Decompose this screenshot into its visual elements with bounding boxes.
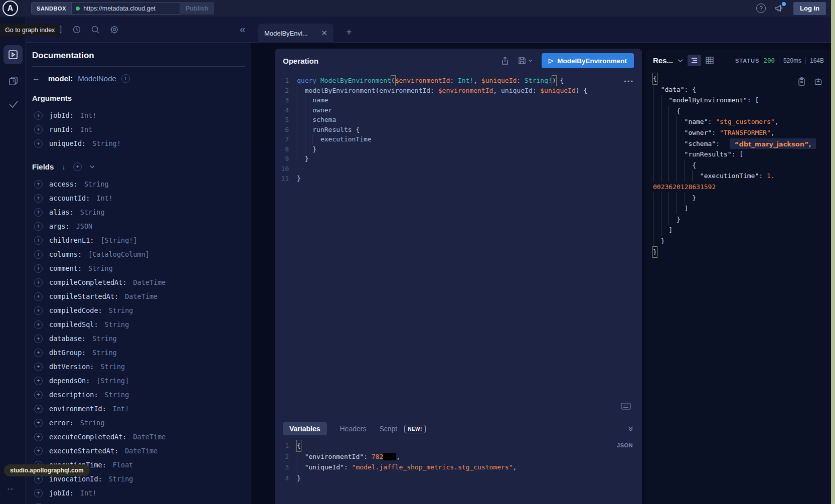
- add-field-icon[interactable]: +: [34, 419, 43, 427]
- search-icon[interactable]: [91, 25, 100, 34]
- new-tab-button[interactable]: +: [346, 27, 352, 38]
- field-type[interactable]: [CatalogColumn]: [88, 250, 149, 258]
- field-type[interactable]: Int: [80, 125, 92, 133]
- add-type-icon[interactable]: +: [121, 74, 130, 83]
- gear-icon[interactable]: [110, 25, 119, 34]
- history-icon[interactable]: [72, 25, 81, 34]
- login-button[interactable]: Log in: [793, 2, 826, 15]
- field-type[interactable]: String: [92, 349, 117, 357]
- field-type[interactable]: DateTime: [125, 447, 157, 455]
- field-row[interactable]: +runId:Int: [32, 122, 245, 136]
- keyboard-shortcuts-icon[interactable]: [621, 403, 631, 410]
- field-type[interactable]: String: [105, 320, 129, 328]
- add-field-icon[interactable]: +: [34, 139, 43, 148]
- add-field-icon[interactable]: +: [34, 433, 43, 441]
- field-row[interactable]: +executeCompletedAt:DateTime: [32, 430, 245, 444]
- view-table-icon[interactable]: [706, 57, 714, 64]
- field-type[interactable]: Int!: [96, 194, 113, 202]
- field-type[interactable]: String: [109, 475, 133, 483]
- add-field-icon[interactable]: +: [34, 180, 43, 189]
- tab-script[interactable]: Script: [379, 425, 397, 433]
- field-type[interactable]: Int!: [80, 489, 97, 497]
- field-row[interactable]: +dependsOn:[String]: [32, 374, 245, 388]
- field-type[interactable]: String: [88, 264, 113, 272]
- field-type[interactable]: Float: [113, 461, 133, 469]
- tab-modelbyenvironment[interactable]: ModelByEnvi... ✕: [258, 24, 333, 43]
- chevron-down-icon[interactable]: [90, 165, 95, 169]
- field-row[interactable]: +environmentId:Int!: [32, 402, 245, 416]
- field-type[interactable]: DateTime: [133, 278, 165, 286]
- tab-variables[interactable]: Variables: [283, 422, 327, 435]
- field-row[interactable]: +jobId:Int!: [32, 108, 245, 122]
- field-row[interactable]: +compileStartedAt:DateTime: [32, 289, 245, 303]
- field-type[interactable]: String: [92, 334, 117, 343]
- add-field-icon[interactable]: +: [34, 489, 43, 497]
- add-all-fields-icon[interactable]: +: [73, 162, 82, 171]
- field-type[interactable]: Int!: [80, 111, 97, 119]
- help-icon[interactable]: ?: [756, 4, 766, 13]
- share-icon[interactable]: [501, 57, 509, 65]
- field-row[interactable]: +compileCompletedAt:DateTime: [32, 275, 245, 289]
- nav-schema-diff-button[interactable]: [8, 76, 19, 86]
- add-field-icon[interactable]: +: [34, 250, 43, 259]
- field-type[interactable]: String: [105, 391, 129, 399]
- add-field-icon[interactable]: +: [34, 222, 43, 231]
- field-row[interactable]: +alias:String: [32, 205, 245, 219]
- field-type[interactable]: DateTime: [125, 292, 157, 300]
- field-row[interactable]: +compiledCode:String: [32, 303, 245, 317]
- field-row[interactable]: +database:String: [32, 331, 245, 346]
- field-type[interactable]: JSON: [76, 222, 93, 230]
- field-row[interactable]: +compiledSql:String: [32, 317, 245, 331]
- field-row[interactable]: +childrenL1:[String!]: [32, 233, 245, 247]
- field-type[interactable]: String: [80, 208, 105, 216]
- close-tab-icon[interactable]: ✕: [321, 29, 327, 38]
- view-raw-icon[interactable]: [688, 55, 701, 66]
- field-type[interactable]: Int!: [113, 405, 129, 413]
- collapse-docs-icon[interactable]: «: [240, 24, 245, 35]
- add-field-icon[interactable]: +: [34, 306, 43, 315]
- nav-explorer-button[interactable]: [4, 45, 23, 64]
- response-dropdown-icon[interactable]: [678, 59, 683, 63]
- add-field-icon[interactable]: +: [34, 264, 43, 273]
- add-field-icon[interactable]: +: [34, 125, 43, 134]
- operation-menu-icon[interactable]: •••: [624, 78, 634, 85]
- nav-checks-button[interactable]: [8, 100, 19, 109]
- field-row[interactable]: +materializedType:String: [32, 500, 245, 504]
- field-row[interactable]: +comment:String: [32, 261, 245, 275]
- field-type[interactable]: [String!]: [100, 236, 137, 244]
- run-operation-button[interactable]: ▷ ModelByEnvironment: [542, 53, 634, 68]
- add-field-icon[interactable]: +: [34, 320, 43, 329]
- variables-editor[interactable]: 1{2"environmentId": 782,3"uniqueId": "mo…: [275, 440, 642, 483]
- copy-response-icon[interactable]: [798, 77, 805, 86]
- field-type[interactable]: String: [109, 306, 133, 314]
- add-field-icon[interactable]: +: [34, 236, 43, 245]
- field-type[interactable]: String!: [92, 139, 121, 147]
- field-row[interactable]: +uniqueId:String!: [32, 136, 245, 150]
- docs-type-link[interactable]: ModelNode: [78, 74, 116, 83]
- add-field-icon[interactable]: +: [34, 377, 43, 385]
- add-field-icon[interactable]: +: [34, 405, 43, 413]
- add-field-icon[interactable]: +: [34, 208, 43, 217]
- add-field-icon[interactable]: +: [34, 334, 43, 343]
- field-row[interactable]: +jobId:Int!: [32, 486, 245, 500]
- save-icon[interactable]: [518, 57, 533, 65]
- field-row[interactable]: +args:JSON: [32, 219, 245, 233]
- add-field-icon[interactable]: +: [34, 292, 43, 301]
- field-row[interactable]: +error:String: [32, 416, 245, 430]
- add-field-icon[interactable]: +: [34, 349, 43, 357]
- field-type[interactable]: [String]: [96, 377, 129, 385]
- download-response-icon[interactable]: [814, 77, 822, 86]
- add-field-icon[interactable]: +: [34, 363, 43, 371]
- field-row[interactable]: +accountId:Int!: [32, 191, 245, 205]
- field-type[interactable]: String: [100, 363, 125, 371]
- publish-button[interactable]: Publish: [180, 2, 214, 15]
- field-type[interactable]: DateTime: [133, 433, 165, 441]
- add-field-icon[interactable]: +: [34, 278, 43, 287]
- field-type[interactable]: String: [80, 419, 105, 427]
- operation-editor[interactable]: 1query ModelByEnvironment($environmentId…: [275, 76, 642, 184]
- sort-fields-icon[interactable]: ↓: [62, 163, 65, 171]
- field-row[interactable]: +description:String: [32, 388, 245, 402]
- add-field-icon[interactable]: +: [34, 194, 43, 203]
- add-field-icon[interactable]: +: [34, 391, 43, 399]
- announcements-icon[interactable]: [775, 4, 784, 13]
